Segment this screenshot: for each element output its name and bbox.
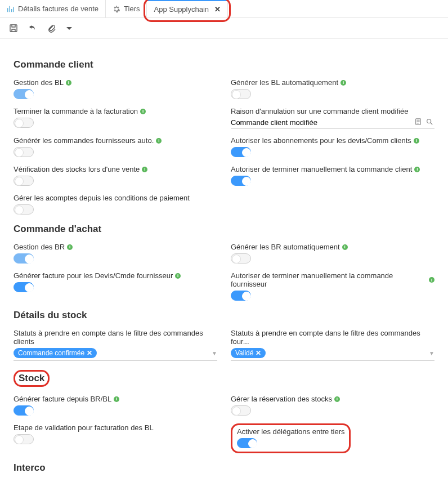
toggle-generer-facture-br[interactable]: [14, 405, 34, 416]
document-icon[interactable]: [414, 118, 423, 127]
label-gerer-acomptes: Gérer les acomptes depuis les conditions…: [14, 194, 217, 202]
label-generer-facture-four: Générer facture pour les Devis/Cmde four…: [14, 271, 217, 280]
select-statuts-clients[interactable]: Commande confirmée✕ ▼: [14, 348, 217, 361]
info-icon: i: [414, 167, 420, 172]
section-title-stock: Stock: [14, 370, 50, 387]
label-statuts-four: Statuts à prendre en compte dans le filt…: [231, 329, 434, 346]
info-icon: i: [140, 109, 146, 114]
chevron-down-icon[interactable]: ▼: [429, 350, 434, 356]
toolbar: [0, 18, 448, 39]
input-raison-annulation[interactable]: [231, 118, 434, 128]
tab-details-factures[interactable]: Détails factures de vente: [0, 0, 106, 17]
label-terminer-facturation: Terminer la commande à la facturationi: [14, 107, 217, 115]
label-autoriser-terminer-four: Autoriser de terminer manuellement la co…: [231, 271, 434, 288]
svg-rect-0: [10, 25, 17, 32]
tag-remove-icon[interactable]: ✕: [87, 349, 92, 357]
caret-down-icon[interactable]: [66, 24, 72, 33]
info-icon: i: [342, 244, 348, 250]
label-verif-stocks: Vérification des stocks lors d'une vente…: [14, 165, 217, 173]
info-icon: i: [175, 273, 181, 279]
raison-field[interactable]: [231, 118, 412, 127]
highlight-annotation: Activer les délégations entre tiers: [231, 423, 351, 453]
info-icon: i: [156, 138, 162, 144]
label-statuts-clients: Statuts à prendre en compte dans le filt…: [14, 329, 217, 346]
label-gestion-bl: Gestion des BLi: [14, 78, 217, 87]
tab-app-supplychain[interactable]: App Supplychain ✕: [147, 0, 228, 17]
toggle-autoriser-terminer-client[interactable]: [231, 176, 251, 186]
label-autoriser-abonnements: Autoriser les abonnements pour les devis…: [231, 136, 434, 145]
toggle-autoriser-terminer-four[interactable]: [231, 291, 251, 301]
label-generer-facture-br: Générer facture depuis BR/BLi: [14, 395, 217, 403]
label-etape-validation: Etape de validation pour facturation des…: [14, 423, 217, 432]
info-icon: i: [341, 80, 346, 86]
label-raison-annulation: Raison d'annulation sur une commande cli…: [231, 107, 434, 115]
undo-icon[interactable]: [28, 24, 37, 33]
tag-remove-icon[interactable]: ✕: [256, 349, 261, 357]
toggle-generer-br-auto[interactable]: [231, 253, 251, 264]
section-title-client: Commande client: [14, 59, 434, 70]
select-statuts-four[interactable]: Validé✕ ▼: [231, 348, 434, 361]
tab-tiers[interactable]: Tiers: [106, 0, 147, 17]
toggle-terminer-facturation[interactable]: [14, 118, 34, 128]
chevron-down-icon[interactable]: ▼: [212, 350, 217, 356]
toggle-gerer-acomptes[interactable]: [14, 204, 34, 215]
toggle-gerer-reservation[interactable]: [231, 405, 251, 416]
info-icon: i: [114, 396, 119, 402]
content-panel: Commande client Gestion des BLi Générer …: [0, 39, 448, 493]
label-gestion-br: Gestion des BRi: [14, 243, 217, 251]
section-title-details-stock: Détails du stock: [14, 310, 434, 321]
close-icon[interactable]: ✕: [214, 5, 221, 14]
toggle-gestion-bl[interactable]: [14, 89, 34, 99]
tab-label: App Supplychain: [154, 5, 209, 14]
info-icon: i: [142, 167, 147, 172]
tab-label: Détails factures de vente: [18, 5, 98, 13]
toggle-generer-facture-four[interactable]: [14, 282, 34, 292]
label-autoriser-terminer-client: Autoriser de terminer manuellement la co…: [231, 165, 434, 173]
toggle-activer-delegations[interactable]: [237, 438, 257, 448]
section-title-interco: Interco: [14, 462, 434, 474]
label-generer-br-auto: Générer les BR automatiquementi: [231, 243, 434, 251]
toggle-generer-fournisseurs[interactable]: [14, 147, 34, 157]
info-icon: i: [66, 80, 71, 86]
section-title-achat: Commande d'achat: [14, 224, 434, 235]
chart-bar-icon: [7, 5, 15, 13]
toggle-generer-bl-auto[interactable]: [231, 89, 251, 99]
gear-icon: [113, 5, 120, 13]
toggle-gestion-br[interactable]: [14, 253, 34, 264]
toggle-etape-validation[interactable]: [14, 434, 34, 444]
info-icon: i: [334, 396, 340, 402]
attachment-icon[interactable]: [47, 24, 56, 33]
tabs-bar: Détails factures de vente Tiers App Supp…: [0, 0, 448, 18]
save-icon[interactable]: [9, 24, 18, 33]
tag-commande-confirmee: Commande confirmée✕: [14, 348, 97, 358]
tab-label: Tiers: [124, 5, 140, 13]
toggle-autoriser-abonnements[interactable]: [231, 147, 251, 157]
svg-point-2: [427, 119, 431, 123]
toggle-verif-stocks[interactable]: [14, 176, 34, 186]
label-activer-delegations: Activer les délégations entre tiers: [237, 427, 344, 436]
info-icon: i: [414, 138, 419, 144]
label-generer-fournisseurs: Générér les commandes fournisseurs auto.…: [14, 136, 217, 145]
tag-valide: Validé✕: [231, 348, 266, 358]
label-generer-bl-auto: Générer les BL automatiquementi: [231, 78, 434, 87]
info-icon: i: [67, 244, 73, 250]
search-icon[interactable]: [425, 118, 434, 127]
info-icon: i: [429, 277, 434, 283]
label-gerer-reservation: Gérer la réservation des stocksi: [231, 395, 434, 403]
